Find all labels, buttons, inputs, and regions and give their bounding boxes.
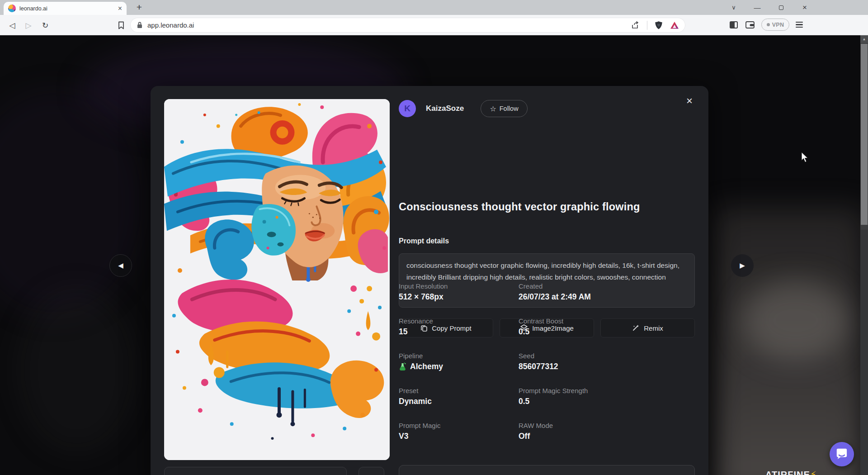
chat-bubble-icon: [835, 447, 849, 461]
follow-label: Follow: [500, 105, 519, 112]
detail-input-resolution: Input Resolution 512 × 768px: [399, 282, 519, 302]
forward-button[interactable]: ▷: [23, 19, 34, 31]
modal-close-icon[interactable]: ×: [683, 95, 696, 108]
follow-button[interactable]: ☆ Follow: [481, 100, 528, 117]
vpn-status-dot: [767, 23, 770, 26]
alchemy-flask-icon: [399, 362, 406, 371]
window-restore-button[interactable]: [771, 0, 792, 15]
thumbnail-strip[interactable]: [359, 467, 384, 475]
user-name[interactable]: KaizaSoze: [426, 104, 464, 113]
window-close-button[interactable]: ×: [794, 0, 815, 15]
next-image-button[interactable]: ▶: [731, 254, 754, 277]
bookmark-icon[interactable]: [115, 19, 127, 31]
detail-resonance: Resonance 15: [399, 317, 519, 337]
blurred-prev-image: [18, 289, 136, 451]
detail-prompt-magic-strength: Prompt Magic Strength 0.5: [519, 387, 695, 406]
screen: leonardo.ai × + ∨ — × ◁ ▷ ↻ app.leonardo…: [0, 0, 868, 475]
detail-contrast-boost: Contrast Boost 0.5: [519, 317, 695, 337]
detail-seed: Seed 856077312: [519, 352, 695, 371]
previous-image-button[interactable]: ◀: [109, 254, 132, 277]
generate-with-model-button[interactable]: Generate with this model: [399, 465, 695, 475]
mouse-cursor: [801, 152, 811, 165]
bat-rewards-icon[interactable]: [670, 21, 679, 29]
browser-toolbar: ◁ ▷ ↻ app.leonardo.ai: [0, 15, 868, 35]
details-grid: Input Resolution 512 × 768px Created 26/…: [399, 282, 695, 441]
reload-button[interactable]: ↻: [39, 19, 51, 31]
image-title: Consciousness thought vector graphic flo…: [399, 201, 697, 213]
scrollbar-up-arrow[interactable]: ▲: [860, 35, 868, 43]
artwork-illustration: [164, 99, 390, 460]
detail-prompt-magic: Prompt Magic V3: [399, 422, 519, 441]
detail-pipeline: Pipeline Alchemy: [399, 352, 519, 371]
url-text: app.leonardo.ai: [147, 21, 627, 29]
thumbnail-strip[interactable]: [164, 467, 347, 475]
leonardo-favicon: [8, 5, 16, 12]
scrollbar-track[interactable]: [860, 230, 868, 475]
scrollbar[interactable]: ▲: [860, 35, 868, 475]
tab-title: leonardo.ai: [19, 5, 114, 12]
tab-strip: leonardo.ai × + ∨ — ×: [0, 0, 868, 15]
support-chat-button[interactable]: [830, 442, 854, 466]
avatar[interactable]: K: [399, 100, 416, 117]
vpn-label: VPN: [772, 22, 784, 28]
detail-created: Created 26/07/23 at 2:49 AM: [519, 282, 695, 302]
blurred-next-image: [741, 280, 850, 361]
window-menu-chevron-icon[interactable]: ∨: [723, 0, 744, 15]
menu-icon[interactable]: [796, 22, 803, 28]
divider: [647, 21, 647, 30]
brave-shield-icon[interactable]: [655, 21, 663, 30]
browser-tab[interactable]: leonardo.ai ×: [4, 2, 127, 15]
vpn-button[interactable]: VPN: [761, 19, 789, 31]
image-detail-modal: K KaizaSoze ☆ Follow × Consciousness tho…: [151, 86, 708, 475]
prompt-details-heading: Prompt details: [399, 237, 449, 245]
window-minimize-button[interactable]: —: [747, 0, 768, 15]
detail-preset: Preset Dynamic: [399, 387, 519, 406]
detail-raw-mode: RAW Mode Off: [519, 422, 695, 441]
watermark: ATIRFINE⚡: [765, 469, 838, 475]
back-button[interactable]: ◁: [6, 19, 18, 31]
url-bar[interactable]: app.leonardo.ai: [130, 18, 685, 33]
lock-icon: [137, 21, 143, 29]
star-icon: ☆: [490, 104, 496, 113]
scrollbar-thumb[interactable]: [861, 44, 868, 225]
tab-close-icon[interactable]: ×: [118, 5, 122, 12]
detail-panel: K KaizaSoze ☆ Follow: [399, 100, 695, 118]
new-tab-button[interactable]: +: [133, 1, 145, 13]
sidebar-panel-icon[interactable]: [729, 20, 739, 29]
artwork-image: [164, 99, 390, 460]
backdrop-glow: [0, 90, 145, 316]
wallet-icon[interactable]: [745, 20, 755, 29]
share-icon[interactable]: [631, 21, 640, 29]
